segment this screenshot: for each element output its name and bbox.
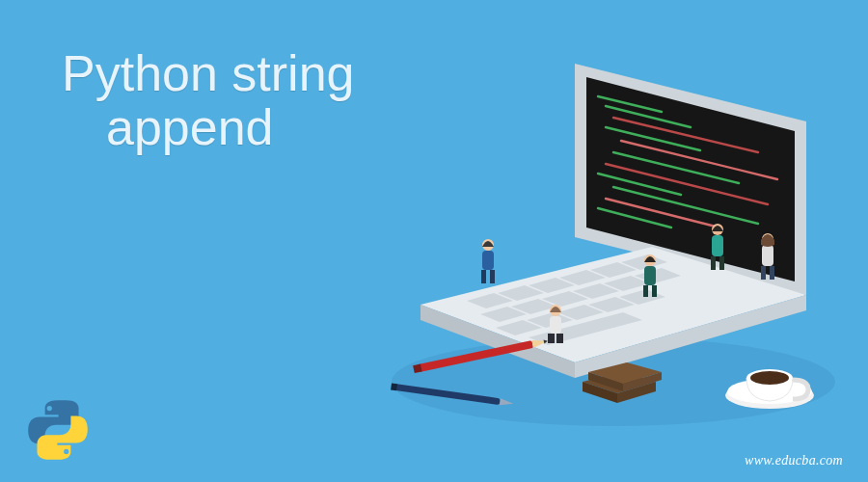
- svg-rect-53: [643, 285, 648, 297]
- title-line-1: Python string: [62, 46, 355, 100]
- svg-rect-51: [644, 266, 656, 285]
- svg-rect-39: [550, 316, 561, 334]
- python-logo-icon: [27, 399, 89, 461]
- title-line-2: append: [62, 100, 355, 154]
- svg-rect-50: [770, 266, 774, 280]
- svg-rect-35: [482, 251, 494, 270]
- svg-rect-49: [761, 266, 766, 280]
- hero-banner: Python string append: [0, 0, 868, 482]
- site-url: www.educba.com: [745, 453, 843, 469]
- svg-rect-45: [711, 256, 716, 270]
- svg-rect-46: [719, 256, 724, 270]
- page-title: Python string append: [62, 46, 355, 154]
- svg-rect-41: [548, 334, 555, 343]
- svg-rect-38: [490, 270, 495, 283]
- svg-rect-42: [556, 334, 563, 343]
- svg-rect-54: [652, 285, 657, 297]
- svg-rect-47: [762, 245, 773, 266]
- svg-point-71: [750, 371, 789, 385]
- svg-rect-58: [413, 364, 421, 373]
- svg-rect-37: [481, 270, 486, 283]
- svg-rect-61: [391, 383, 397, 390]
- svg-rect-43: [712, 235, 723, 256]
- laptop-team-isometric-illustration-icon: [353, 35, 854, 440]
